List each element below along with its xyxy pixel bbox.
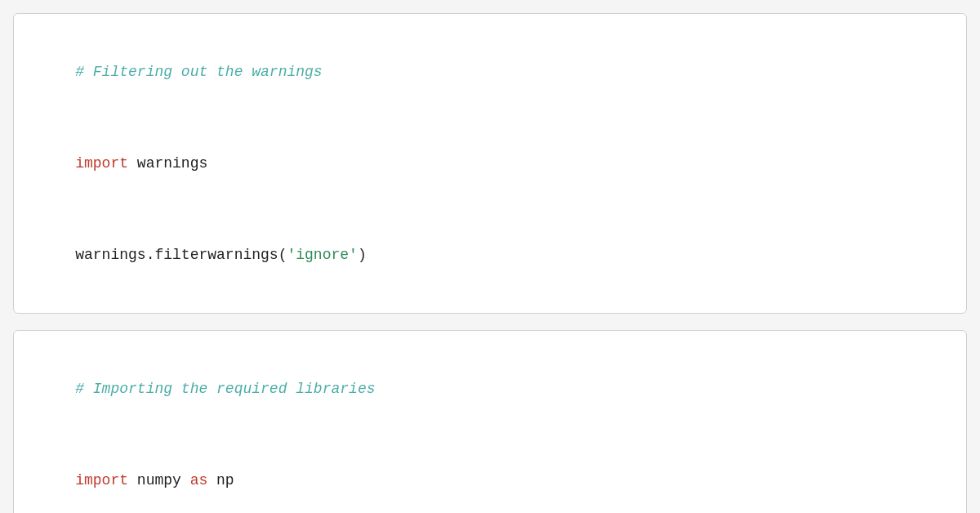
comment-line-1: # Filtering out the warnings (40, 37, 940, 107)
module-numpy: numpy (128, 472, 190, 488)
keyword-import-1: import (75, 155, 128, 172)
blank-line-3 (40, 425, 940, 446)
module-warnings: warnings (128, 155, 207, 172)
keyword-import-numpy: import (75, 472, 128, 488)
blank-line-2 (40, 199, 940, 220)
alias-np: np (207, 472, 234, 488)
filterwarnings-call: warnings.filterwarnings( (75, 247, 287, 263)
keyword-as-numpy: as (190, 472, 208, 488)
blank-line-1 (40, 107, 940, 128)
import-numpy-line: import numpy as np (40, 445, 940, 513)
close-paren: ) (358, 247, 367, 263)
comment-text-1: # Filtering out the warnings (75, 64, 322, 80)
filterwarnings-line: warnings.filterwarnings('ignore') (40, 220, 940, 290)
ignore-string: 'ignore' (287, 247, 357, 263)
import-warnings-line: import warnings (40, 128, 940, 199)
code-block-2: # Importing the required libraries impor… (13, 330, 967, 513)
comment-line-2: # Importing the required libraries (40, 354, 940, 424)
comment-text-2: # Importing the required libraries (75, 381, 375, 397)
code-block-1: # Filtering out the warnings import warn… (13, 13, 967, 314)
